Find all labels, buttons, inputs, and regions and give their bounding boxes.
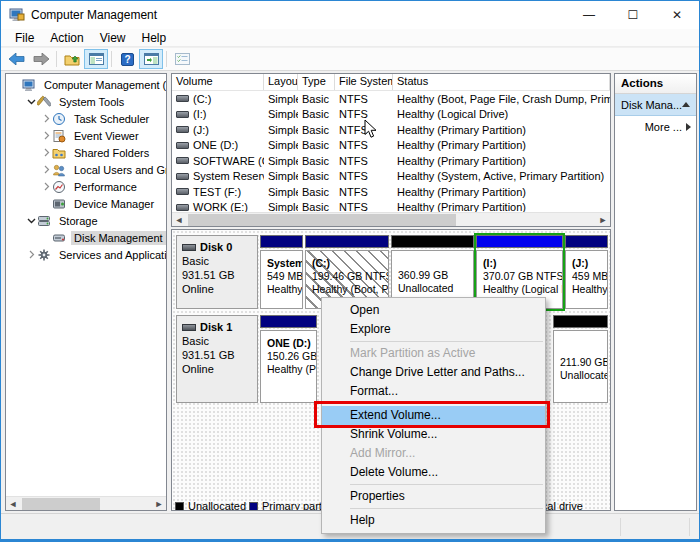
tree-item-computer-management-local[interactable]: Computer Management (Local): [6, 76, 167, 93]
actions-more[interactable]: More ...: [615, 116, 696, 138]
close-button[interactable]: ✕: [655, 1, 699, 29]
tree-item-system-tools[interactable]: System Tools: [6, 93, 167, 110]
scrollbar-thumb[interactable]: [188, 214, 456, 226]
chevron-right-icon[interactable]: [40, 130, 52, 142]
partition-name: System Reserved: [267, 257, 298, 270]
partition-unallocated[interactable]: 211.90 GBUnallocated: [553, 315, 608, 403]
scroll-right-icon[interactable]: ►: [596, 213, 610, 227]
menu-item-explore[interactable]: Explore: [322, 320, 545, 339]
volume-type-cell: Basic: [298, 169, 335, 185]
chevron-right-icon[interactable]: [40, 147, 52, 159]
menu-item-format[interactable]: Format...: [322, 382, 545, 401]
folder-up-icon[interactable]: [60, 49, 84, 69]
chevron-down-icon[interactable]: [25, 215, 37, 227]
scrollbar-thumb[interactable]: [22, 498, 100, 510]
menu-help[interactable]: Help: [134, 29, 175, 47]
partition-body: (J:)459 MB NTFSHealthy (Primary Partitio…: [565, 250, 608, 309]
volume-row[interactable]: System ReservedSimpleBasicNTFSHealthy (S…: [172, 169, 610, 185]
collapse-icon[interactable]: [682, 102, 690, 107]
tree-item-performance[interactable]: Performance: [6, 178, 167, 195]
actions-header: Actions: [615, 74, 696, 94]
menu-action[interactable]: Action: [42, 29, 91, 47]
menu-item-extend-volume[interactable]: Extend Volume...: [322, 406, 545, 425]
chevron-right-icon[interactable]: [40, 164, 52, 176]
volume-row[interactable]: SOFTWARE (G:)SimpleBasicNTFSHealthy (Pri…: [172, 153, 610, 169]
menu-item-open[interactable]: Open: [322, 301, 545, 320]
chevron-right-icon[interactable]: [40, 113, 52, 125]
tree-item-label: Shared Folders: [71, 146, 152, 160]
properties-icon[interactable]: [170, 49, 194, 69]
partition-j[interactable]: (J:)459 MB NTFSHealthy (Primary Partitio…: [565, 235, 608, 309]
volume-layout-cell: Simple: [264, 153, 298, 169]
column-header-status[interactable]: Status: [393, 74, 610, 90]
tree-item-services-and-applications[interactable]: Services and Applications: [6, 246, 167, 263]
scroll-left-icon[interactable]: ◄: [6, 497, 20, 511]
action-pane-icon[interactable]: [139, 49, 163, 69]
volume-row[interactable]: (C:)SimpleBasicNTFSHealthy (Boot, Page F…: [172, 91, 610, 107]
partition-size: 459 MB NTFS: [572, 270, 603, 283]
chevron-right-icon[interactable]: [40, 181, 52, 193]
help-icon[interactable]: ?: [115, 49, 139, 69]
tree-item-storage[interactable]: Storage: [6, 212, 167, 229]
volume-row[interactable]: ONE (D:)SimpleBasicNTFSHealthy (Primary …: [172, 138, 610, 154]
volume-row[interactable]: TEST (F:)SimpleBasicNTFSHealthy (Primary…: [172, 184, 610, 200]
tree-item-label: Device Manager: [71, 197, 157, 211]
partition-color-bar: [553, 315, 608, 328]
menu-item-shrink-volume[interactable]: Shrink Volume...: [322, 425, 545, 444]
actions-group-disk-management[interactable]: Disk Mana...: [615, 94, 696, 116]
back-icon[interactable]: [5, 49, 29, 69]
partition-size: 199.46 GB NTFS: [312, 270, 384, 283]
column-header-type[interactable]: Type: [298, 74, 335, 90]
chevron-right-icon[interactable]: [25, 249, 37, 261]
partition-oned[interactable]: ONE (D:)150.26 GB NTFSHealthy (Primary P…: [260, 315, 317, 403]
volume-fs-cell: NTFS: [335, 184, 393, 200]
actions-panel: Actions Disk Mana... More ...: [614, 73, 697, 511]
tree-item-shared-folders[interactable]: Shared Folders: [6, 144, 167, 161]
maximize-button[interactable]: ☐: [611, 1, 655, 29]
scroll-left-icon[interactable]: ◄: [172, 213, 186, 227]
column-header-file-system[interactable]: File System: [335, 74, 393, 90]
tree-item-event-viewer[interactable]: Event Viewer: [6, 127, 167, 144]
menu-bar: FileActionViewHelp: [1, 29, 699, 47]
performance-icon: [52, 180, 67, 194]
tree-item-label: Performance: [71, 180, 140, 194]
menu-separator: [350, 403, 543, 404]
title-bar: Computer Management — ☐ ✕: [1, 1, 699, 29]
scroll-right-icon[interactable]: ►: [152, 497, 166, 511]
volume-status-cell: Healthy (Primary Partition): [393, 184, 610, 200]
volume-list-horizontal-scrollbar[interactable]: ◄ ►: [172, 212, 610, 226]
volume-layout-cell: Simple: [264, 184, 298, 200]
menu-view[interactable]: View: [92, 29, 134, 47]
tree-item-label: Event Viewer: [71, 129, 142, 143]
chevron-down-icon[interactable]: [25, 96, 37, 108]
disk-label[interactable]: Disk 1Basic931.51 GBOnline: [176, 315, 258, 403]
disk-label[interactable]: Disk 0Basic931.51 GBOnline: [176, 235, 258, 309]
tree-item-local-users-and-groups[interactable]: Local Users and Groups: [6, 161, 167, 178]
tree-horizontal-scrollbar[interactable]: ◄ ►: [6, 496, 166, 510]
menu-item-help[interactable]: Help: [322, 511, 545, 530]
more-actions-icon[interactable]: [686, 123, 691, 131]
tree-item-device-manager[interactable]: Device Manager: [6, 195, 167, 212]
column-header-layout[interactable]: Layout: [264, 74, 298, 90]
partition-status: Healthy (Logical Drive): [483, 283, 558, 296]
forward-icon[interactable]: [29, 49, 53, 69]
partition-systemreserved[interactable]: System Reserved549 MB NTFSHealthy (Syste…: [260, 235, 303, 309]
volume-row[interactable]: (I:)SimpleBasicNTFSHealthy (Logical Driv…: [172, 107, 610, 123]
column-header-volume[interactable]: Volume: [172, 74, 264, 90]
console-tree-icon[interactable]: [84, 49, 108, 69]
expander-placeholder: [10, 79, 22, 91]
menu-item-properties[interactable]: Properties: [322, 487, 545, 506]
volume-row[interactable]: (J:)SimpleBasicNTFSHealthy (Primary Part…: [172, 122, 610, 138]
menu-file[interactable]: File: [7, 29, 42, 47]
volume-name-cell: (I:): [172, 107, 264, 123]
volume-status-cell: Healthy (Logical Drive): [393, 107, 610, 123]
menu-item-change-drive-letter-and-paths[interactable]: Change Drive Letter and Paths...: [322, 363, 545, 382]
tree-item-disk-management[interactable]: Disk Management: [6, 229, 167, 246]
partition-color-bar: [391, 235, 474, 248]
partition-name: (I:): [483, 257, 558, 270]
minimize-button[interactable]: —: [567, 1, 611, 29]
menu-item-delete-volume[interactable]: Delete Volume...: [322, 463, 545, 482]
volume-status-cell: Healthy (Primary Partition): [393, 122, 610, 138]
tree-item-task-scheduler[interactable]: Task Scheduler: [6, 110, 167, 127]
volume-icon: [176, 157, 189, 164]
